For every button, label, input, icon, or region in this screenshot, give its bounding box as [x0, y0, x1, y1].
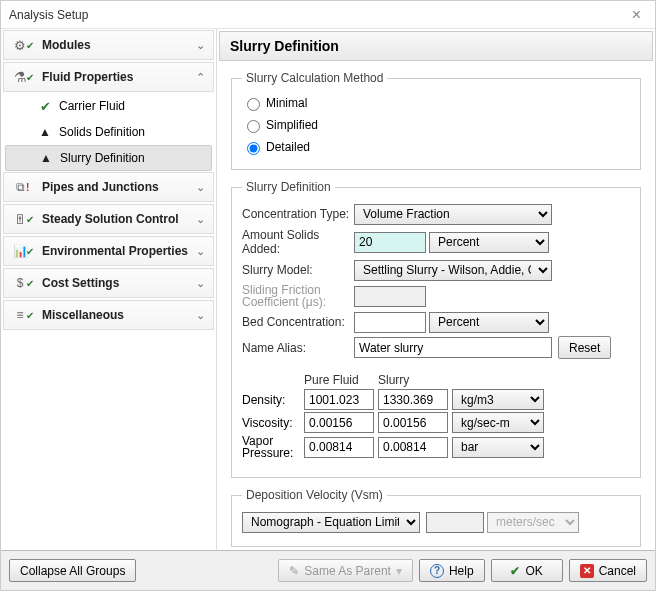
vapor-slurry-input[interactable]	[378, 437, 448, 458]
radio-simplified-input[interactable]	[247, 120, 260, 133]
name-label: Name Alias:	[242, 341, 354, 355]
status-ok-icon: ✔	[26, 310, 38, 321]
radio-label: Detailed	[266, 140, 310, 154]
sidebar-item-carrier-fluid[interactable]: ✔ Carrier Fluid	[5, 93, 212, 119]
sidebar-item-solids-definition[interactable]: ▲ Solids Definition	[5, 119, 212, 145]
cancel-icon: ✕	[580, 564, 594, 578]
sidebar-group-environmental[interactable]: 📊 ✔ Environmental Properties ⌄	[3, 236, 214, 266]
amount-input[interactable]	[354, 232, 426, 253]
window-title: Analysis Setup	[9, 8, 626, 22]
viscosity-label: Viscosity:	[242, 416, 304, 430]
help-button[interactable]: ? Help	[419, 559, 485, 582]
conc-type-label: Concentration Type:	[242, 207, 354, 221]
solids-icon: ▲	[38, 151, 54, 165]
chevron-down-icon: ⌄	[196, 181, 205, 194]
conc-type-select[interactable]: Volume Fraction	[354, 204, 552, 225]
viscosity-pure-input[interactable]	[304, 412, 374, 433]
close-icon[interactable]: ×	[626, 6, 647, 24]
density-slurry-input[interactable]	[378, 389, 448, 410]
friction-label: Sliding Friction Coefficient (μs):	[242, 284, 354, 308]
check-icon: ✔	[37, 99, 53, 114]
vapor-unit-select[interactable]: bar	[452, 437, 544, 458]
radio-label: Minimal	[266, 96, 307, 110]
vapor-pure-input[interactable]	[304, 437, 374, 458]
calc-method-legend: Slurry Calculation Method	[242, 71, 387, 85]
same-as-parent-label: Same As Parent	[304, 564, 391, 578]
chevron-down-icon: ⌄	[196, 39, 205, 52]
viscosity-slurry-input[interactable]	[378, 412, 448, 433]
radio-minimal[interactable]: Minimal	[242, 93, 630, 113]
deposition-value-input	[426, 512, 484, 533]
reset-button[interactable]: Reset	[558, 336, 611, 359]
sidebar-group-steady-solution[interactable]: 🎚 ✔ Steady Solution Control ⌄	[3, 204, 214, 234]
help-label: Help	[449, 564, 474, 578]
footer: Collapse All Groups ✎ Same As Parent ▾ ?…	[1, 550, 655, 590]
model-label: Slurry Model:	[242, 263, 354, 277]
status-ok-icon: ✔	[26, 246, 38, 257]
row-vapor-pressure: Vapor Pressure: bar	[242, 435, 630, 459]
sidebar-item-label: Carrier Fluid	[59, 99, 125, 113]
bed-input[interactable]	[354, 312, 426, 333]
radio-simplified[interactable]: Simplified	[242, 115, 630, 135]
calc-method-group: Slurry Calculation Method Minimal Simpli…	[231, 71, 641, 170]
sidebar-group-pipes-junctions[interactable]: ⧉ ! Pipes and Junctions ⌄	[3, 172, 214, 202]
friction-input	[354, 286, 426, 307]
chevron-down-icon: ⌄	[196, 213, 205, 226]
viscosity-unit-select[interactable]: kg/sec-m	[452, 412, 544, 433]
amount-unit-select[interactable]: Percent	[429, 232, 549, 253]
sidebar-group-label: Environmental Properties	[42, 244, 196, 258]
reset-label: Reset	[569, 341, 600, 355]
cancel-button[interactable]: ✕ Cancel	[569, 559, 647, 582]
bed-unit-select[interactable]: Percent	[429, 312, 549, 333]
col-pure-fluid: Pure Fluid	[304, 373, 374, 387]
collapse-all-button[interactable]: Collapse All Groups	[9, 559, 136, 582]
radio-detailed-input[interactable]	[247, 142, 260, 155]
sidebar-group-label: Pipes and Junctions	[42, 180, 196, 194]
col-slurry: Slurry	[378, 373, 448, 387]
model-select[interactable]: Settling Slurry - Wilson, Addie, Clift	[354, 260, 552, 281]
sidebar-group-label: Modules	[42, 38, 196, 52]
ok-label: OK	[525, 564, 542, 578]
sidebar-group-misc[interactable]: ≡ ✔ Miscellaneous ⌄	[3, 300, 214, 330]
sidebar-item-slurry-definition[interactable]: ▲ Slurry Definition	[5, 145, 212, 171]
vapor-label: Vapor Pressure:	[242, 435, 304, 459]
sidebar-item-label: Solids Definition	[59, 125, 145, 139]
sidebar-group-cost[interactable]: $ ✔ Cost Settings ⌄	[3, 268, 214, 298]
row-density: Density: kg/m3	[242, 389, 630, 410]
radio-minimal-input[interactable]	[247, 98, 260, 111]
bed-label: Bed Concentration:	[242, 315, 354, 329]
sidebar-group-modules[interactable]: ⚙ ✔ Modules ⌄	[3, 30, 214, 60]
density-unit-select[interactable]: kg/m3	[452, 389, 544, 410]
slurry-def-legend: Slurry Definition	[242, 180, 335, 194]
sidebar-group-label: Cost Settings	[42, 276, 196, 290]
deposition-unit-select: meters/sec	[487, 512, 579, 533]
sidebar-group-label: Miscellaneous	[42, 308, 196, 322]
chevron-up-icon: ⌃	[196, 71, 205, 84]
sidebar-group-fluid-properties[interactable]: ⚗ ✔ Fluid Properties ⌃	[3, 62, 214, 92]
titlebar: Analysis Setup ×	[1, 1, 655, 29]
row-viscosity: Viscosity: kg/sec-m	[242, 412, 630, 433]
deposition-method-select[interactable]: Nomograph - Equation Limited	[242, 512, 420, 533]
density-pure-input[interactable]	[304, 389, 374, 410]
deposition-group: Deposition Velocity (Vsm) Nomograph - Eq…	[231, 488, 641, 547]
status-ok-icon: ✔	[26, 72, 38, 83]
cancel-label: Cancel	[599, 564, 636, 578]
name-input[interactable]	[354, 337, 552, 358]
properties-table: Pure Fluid Slurry Density: kg/m3 Viscosi…	[242, 373, 630, 459]
slurry-definition-group: Slurry Definition Concentration Type: Vo…	[231, 180, 641, 478]
solids-icon: ▲	[37, 125, 53, 139]
same-as-parent-button: ✎ Same As Parent ▾	[278, 559, 413, 582]
deposition-legend: Deposition Velocity (Vsm)	[242, 488, 387, 502]
ok-button[interactable]: ✔ OK	[491, 559, 563, 582]
collapse-all-label: Collapse All Groups	[20, 564, 125, 578]
radio-label: Simplified	[266, 118, 318, 132]
help-icon: ?	[430, 564, 444, 578]
edit-icon: ✎	[289, 564, 299, 578]
sidebar: ⚙ ✔ Modules ⌄ ⚗ ✔ Fluid Properties ⌃ ✔ C…	[1, 29, 217, 550]
sidebar-group-label: Fluid Properties	[42, 70, 196, 84]
radio-detailed[interactable]: Detailed	[242, 137, 630, 157]
chevron-down-icon: ⌄	[196, 309, 205, 322]
panel-title: Slurry Definition	[219, 31, 653, 61]
sidebar-group-label: Steady Solution Control	[42, 212, 196, 226]
chevron-down-icon: ⌄	[196, 277, 205, 290]
